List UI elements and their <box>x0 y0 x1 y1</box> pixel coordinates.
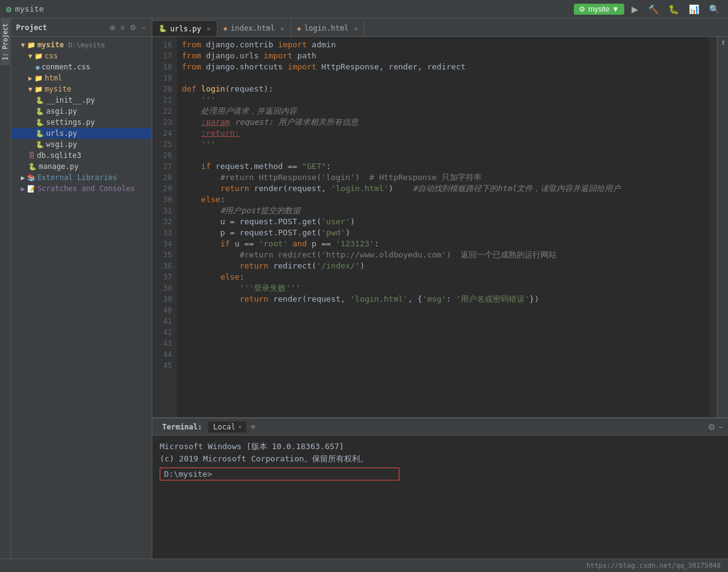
tree-item-wsgi-py[interactable]: 🐍 wsgi.py <box>11 139 152 150</box>
tree-item-asgi-py[interactable]: 🐍 asgi.py <box>11 106 152 117</box>
run-button[interactable]: ⚙ mysite ▼ <box>574 4 624 15</box>
play-button[interactable]: ▶ <box>629 3 641 15</box>
tab-urls-py[interactable]: 🐍 urls.py ✕ <box>152 20 217 36</box>
terminal-content[interactable]: Microsoft Windows [版本 10.0.18363.657] (c… <box>152 436 728 558</box>
code-content[interactable]: from django.contrib import adminfrom dja… <box>177 37 710 417</box>
project-tab[interactable]: 1: Project <box>1 18 10 65</box>
tree-item-urls-py[interactable]: 🐍 urls.py <box>11 128 152 139</box>
tree-item-settings-py[interactable]: 🐍 settings.py <box>11 117 152 128</box>
tree-item-scratches[interactable]: ▶ 📝 Scratches and Consoles <box>11 183 152 194</box>
tree-item-mysite-sub[interactable]: ▼ 📁 mysite <box>11 84 152 95</box>
code-line-41 <box>182 316 705 327</box>
code-line-45 <box>182 360 705 371</box>
right-icons: ⬆ <box>717 37 728 417</box>
tree-item-init-py[interactable]: 🐍 __init__.py <box>11 95 152 106</box>
tree-label-wsgi-py: wsgi.py <box>46 140 77 149</box>
dropdown-icon: ▼ <box>612 5 619 14</box>
add-terminal-button[interactable]: + <box>248 421 258 433</box>
code-line-43 <box>182 338 705 349</box>
code-line-21: ''' <box>182 95 705 106</box>
ext-libs-expand-icon: ▶ <box>21 174 25 182</box>
code-line-26 <box>182 150 705 161</box>
tree-item-css[interactable]: ▼ 📁 css <box>11 50 152 61</box>
tree-label-conment-css: conment.css <box>42 63 90 71</box>
local-tab-close[interactable]: ✕ <box>238 423 241 430</box>
tree-item-conment-css[interactable]: ◉ conment.css <box>11 61 152 72</box>
terminal-line-2: (c) 2019 Microsoft Corporation。保留所有权利。 <box>160 453 721 465</box>
tab-login-html-label: login.html <box>304 24 348 33</box>
bottom-tab-right-controls: ⚙ − <box>708 422 723 432</box>
tree-item-manage-py[interactable]: 🐍 manage.py <box>11 161 152 172</box>
local-tab[interactable]: Local ✕ <box>208 421 246 433</box>
code-line-44 <box>182 349 705 360</box>
code-line-40 <box>182 305 705 316</box>
line-number-40: 40 <box>157 305 172 316</box>
tree-item-html[interactable]: ▶ 📁 html <box>11 72 152 84</box>
code-line-24: :return: <box>182 128 705 139</box>
tree-label-settings-py: settings.py <box>46 118 95 127</box>
terminal-prompt-area <box>160 468 721 480</box>
settings-button[interactable]: ⚙ <box>128 22 138 33</box>
tree-item-external-libs[interactable]: ▶ 📚 External Libraries <box>11 172 152 183</box>
line-number-32: 32 <box>157 216 172 227</box>
scratches-icon: 📝 <box>27 185 36 193</box>
tree-label-css: css <box>45 52 58 60</box>
manage-py-icon: 🐍 <box>28 163 37 171</box>
debug-button[interactable]: 🐛 <box>666 3 681 15</box>
code-line-20: def login(request): <box>182 84 705 95</box>
line-number-39: 39 <box>157 294 172 305</box>
tab-index-html-label: index.html <box>230 24 275 33</box>
tab-urls-py-close[interactable]: ✕ <box>207 25 211 32</box>
code-line-27: if request.method == "GET": <box>182 161 705 172</box>
title-bar-left: ⚙ mysite <box>6 4 574 14</box>
tab-login-html[interactable]: ◈ login.html ✕ <box>291 20 365 36</box>
code-line-29: return render(request, 'login.html') #自动… <box>182 183 705 194</box>
tree-item-mysite-root[interactable]: ▼ 📁 mysite D:\mysite <box>11 39 152 50</box>
terminal-input[interactable] <box>160 468 399 480</box>
tree-label-urls-py: urls.py <box>46 129 77 138</box>
terminal-minimize-button[interactable]: − <box>718 422 723 432</box>
title-bar: ⚙ mysite ⚙ mysite ▼ ▶ 🔨 🐛 📊 🔍 <box>0 0 728 18</box>
folder-icon: 📁 <box>27 41 36 49</box>
code-line-16: from django.contrib import admin <box>182 39 705 50</box>
line-number-36: 36 <box>157 261 172 272</box>
code-editor[interactable]: 1617181920212223242526272829303132333435… <box>152 37 710 417</box>
init-py-icon: 🐍 <box>36 96 44 104</box>
project-panel: Project ⊕ ≡ ⚙ − ▼ 📁 mysite D:\mysite ▼ 📁… <box>11 18 152 558</box>
search-button[interactable]: 🔍 <box>706 3 722 15</box>
panel-icons: ⊕ ≡ ⚙ − <box>108 22 147 33</box>
line-number-41: 41 <box>157 316 172 327</box>
code-line-33: p = request.POST.get('pwd') <box>182 227 705 238</box>
code-line-31: #用户post提交的数据 <box>182 205 705 216</box>
close-panel-button[interactable]: − <box>140 22 147 33</box>
collapse-button[interactable]: ≡ <box>119 22 126 33</box>
terminal-settings-button[interactable]: ⚙ <box>708 422 716 432</box>
tab-login-html-close[interactable]: ✕ <box>354 25 358 32</box>
line-numbers: 1617181920212223242526272829303132333435… <box>152 37 177 417</box>
line-number-23: 23 <box>157 117 172 128</box>
line-number-22: 22 <box>157 106 172 117</box>
tree-label-html: html <box>45 74 63 82</box>
app-icon: ⚙ <box>6 4 11 14</box>
line-number-28: 28 <box>157 172 172 183</box>
line-number-29: 29 <box>157 183 172 194</box>
css-folder-icon: 📁 <box>34 52 43 60</box>
git-icon-btn[interactable]: ⬆ <box>721 39 726 46</box>
code-line-18: from django.shortcuts import HttpRespons… <box>182 61 705 72</box>
new-file-button[interactable]: ⊕ <box>108 22 117 33</box>
code-line-35: #return redirect('http://www.oldboyedu.c… <box>182 249 705 261</box>
tree-item-db-sqlite[interactable]: 🗄 db.sqlite3 <box>11 150 152 161</box>
local-tab-label: Local <box>213 423 235 431</box>
tab-index-html[interactable]: ◈ index.html ✕ <box>217 20 291 36</box>
build-button[interactable]: 🔨 <box>646 3 661 15</box>
code-line-30: else: <box>182 194 705 205</box>
folder-expand-icon: ▼ <box>21 41 25 49</box>
line-number-30: 30 <box>157 194 172 205</box>
coverage-button[interactable]: 📊 <box>686 3 702 15</box>
tree-label-asgi-py: asgi.py <box>46 107 77 116</box>
main-area: 1: Project Project ⊕ ≡ ⚙ − ▼ 📁 mysite D:… <box>0 18 728 558</box>
db-icon: 🗄 <box>28 152 35 160</box>
wsgi-py-icon: 🐍 <box>36 141 44 149</box>
mysite-sub-expand-icon: ▼ <box>28 85 33 93</box>
tab-index-html-close[interactable]: ✕ <box>280 25 284 32</box>
